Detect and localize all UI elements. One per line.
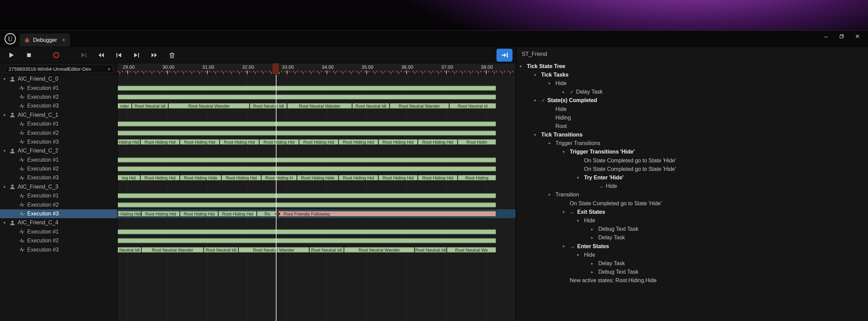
timeline-segment[interactable]: Root Hiding Hid [418,175,458,180]
chevron-down-icon[interactable]: ▾ [534,73,541,77]
frame-back-button[interactable] [93,48,109,62]
tree-group-row[interactable]: ▾AIC_Friend_C_1 [0,111,117,119]
state-tree-row[interactable]: ▾✓State(s) Completed [516,96,868,105]
timeline-segment[interactable]: Root Hidin [458,139,496,144]
track-row-group[interactable] [117,218,516,227]
tab-close-icon[interactable]: × [62,37,65,43]
track-row[interactable] [117,156,516,164]
timeline-bar[interactable] [117,94,496,99]
restore-button[interactable] [834,31,850,42]
state-tree-row[interactable]: ▸Debug Text Task [516,268,868,276]
chevron-down-icon[interactable]: ▾ [3,220,10,225]
state-tree-row[interactable]: ▾Tick State Tree [516,62,868,70]
state-tree-row[interactable]: On State Completed go to State 'Hide' [516,199,868,208]
timeline-segment[interactable]: Root Neutral Wa [447,247,496,252]
chevron-down-icon[interactable]: ▾ [3,184,10,189]
timeline-bar[interactable] [117,85,496,91]
chevron-down-icon[interactable]: ▾ [548,141,555,146]
timeline-segment[interactable]: t Hiding Hid [118,211,142,216]
state-tree-row[interactable]: ▾Try Enter 'Hide' [516,173,868,182]
track-row[interactable] [117,164,516,173]
scrub-marker[interactable] [273,63,279,74]
state-tree-row[interactable]: New active states: Root.Hiding.Hide [516,276,868,285]
chevron-down-icon[interactable]: ▾ [548,192,555,197]
state-tree-row[interactable]: ▾Trigger Transitions [516,139,868,148]
stop-button[interactable] [21,48,37,62]
timeline-segment[interactable]: Root Hiding Hide [180,175,222,180]
state-tree-row[interactable]: ▾Tick Transitions [516,131,868,139]
timeline-segment[interactable]: Root Hiding Hid [259,139,299,144]
timeline-tracks[interactable]: nderRoot Neutral IdlRoot Neutral WanderR… [117,75,516,321]
tree-execution-row[interactable]: Execution #1 [0,191,117,200]
timeline-segment[interactable]: Hiding Hid [118,139,141,144]
tree-execution-row[interactable]: Execution #1 [0,83,117,92]
chevron-right-icon[interactable]: ▸ [591,227,598,231]
timeline-bar[interactable]: ing HidRoot Hiding HidRoot Hiding HideRo… [117,175,496,181]
timeline-segment[interactable]: Root Neutral Wander [344,247,415,252]
state-tree-row[interactable]: ▾Trigger Transitions 'Hide' [516,148,868,156]
tab-debugger[interactable]: Debugger × [19,33,70,47]
chevron-right-icon[interactable]: ▸ [591,270,598,274]
timeline-segment[interactable]: Root Hiding Hid [141,139,180,144]
tree-execution-row[interactable]: Execution #2 [0,164,117,173]
track-row[interactable]: nderRoot Neutral IdlRoot Neutral WanderR… [117,101,516,110]
chevron-down-icon[interactable]: ▾ [534,98,541,103]
track-row[interactable] [117,83,516,92]
state-tree-row[interactable]: ▾→Enter States [516,242,868,251]
tree-execution-row[interactable]: Execution #2 [0,200,117,209]
play-button[interactable] [3,48,19,62]
timeline-segment[interactable]: Root Neutral Wander [239,247,310,252]
timeline-bar[interactable]: Neutral IdlRoot Neutral WanderRoot Neutr… [117,247,496,253]
track-row-group[interactable] [117,75,516,83]
state-tree-row[interactable]: ▾Hide [516,251,868,259]
timeline-segment[interactable]: Root Neutral Idl [415,247,447,252]
record-button[interactable] [48,48,64,62]
state-tree-row[interactable]: ▾Transition [516,191,868,199]
timeline-segment[interactable]: Root Neutral Wander [169,103,250,109]
tree-execution-row[interactable]: Execution #2 [0,93,117,101]
timeline-segment[interactable]: Root Neutral Idl [352,103,390,109]
step-back-button[interactable] [111,48,127,62]
track-row-group[interactable] [117,111,516,119]
jump-to-latest-button[interactable] [496,49,512,62]
timeline-segment[interactable]: Root Friendly Following [278,211,496,216]
step-forward-button[interactable] [129,48,144,62]
state-tree-row[interactable]: On State Completed go to State 'Hide' [516,156,868,165]
tree-execution-row[interactable]: Execution #1 [0,119,117,128]
timeline-bar[interactable] [117,166,496,172]
track-row[interactable] [117,236,516,245]
track-row[interactable] [117,128,516,137]
state-tree-row[interactable]: →Hide [516,182,868,191]
state-tree-row[interactable]: ▸Delay Task [516,234,868,242]
timeline-bar[interactable]: nderRoot Neutral IdlRoot Neutral WanderR… [117,103,496,109]
tree-execution-row[interactable]: Execution #3 [0,209,117,218]
track-row[interactable] [117,191,516,200]
timeline-segment[interactable]: Root Hiding Hid [299,139,339,144]
timeline-segment[interactable]: Root Hiding Hid [339,139,379,144]
state-tree-row[interactable]: Hiding [516,113,868,122]
state-tree-row[interactable]: Root [516,122,868,130]
tree-execution-row[interactable]: Execution #2 [0,236,117,245]
chevron-down-icon[interactable]: ▾ [577,175,584,180]
playhead-line[interactable] [276,75,277,321]
track-row[interactable]: Neutral IdlRoot Neutral WanderRoot Neutr… [117,245,516,254]
timeline-bar[interactable] [117,193,496,198]
chevron-down-icon[interactable]: ▾ [3,113,10,117]
chevron-down-icon[interactable]: ▾ [548,81,555,86]
tree-execution-row[interactable]: Execution #1 [0,227,117,236]
chevron-right-icon[interactable]: ▸ [591,235,598,240]
timeline-segment[interactable]: Root Hiding Hid [222,175,262,180]
timeline-bar[interactable]: t Hiding HidRoot Hiding HidRoot Hiding H… [117,211,496,217]
timeline-segment[interactable]: Root Neutral Idl [204,247,239,252]
timeline-segment[interactable]: nder [118,103,132,109]
minimize-button[interactable]: – [818,31,834,42]
chevron-right-icon[interactable]: ▸ [563,90,570,94]
session-dropdown[interactable]: 2759693516-Win64-UnrealEditor-Dev ▾ [5,65,113,73]
tree-execution-row[interactable]: Execution #3 [0,101,117,110]
tree-group-row[interactable]: ▾AIC_Friend_C_3 [0,182,117,191]
chevron-down-icon[interactable]: ▾ [534,132,541,137]
timeline-segment[interactable]: Root Neutral Idl [250,103,287,109]
frame-forward-button[interactable] [146,48,162,62]
timeline-ruler[interactable]: 29.0030.0031.0032.0033.0034.0035.0036.00… [117,63,516,74]
tree-group-row[interactable]: ▾AIC_Friend_C_4 [0,218,117,227]
